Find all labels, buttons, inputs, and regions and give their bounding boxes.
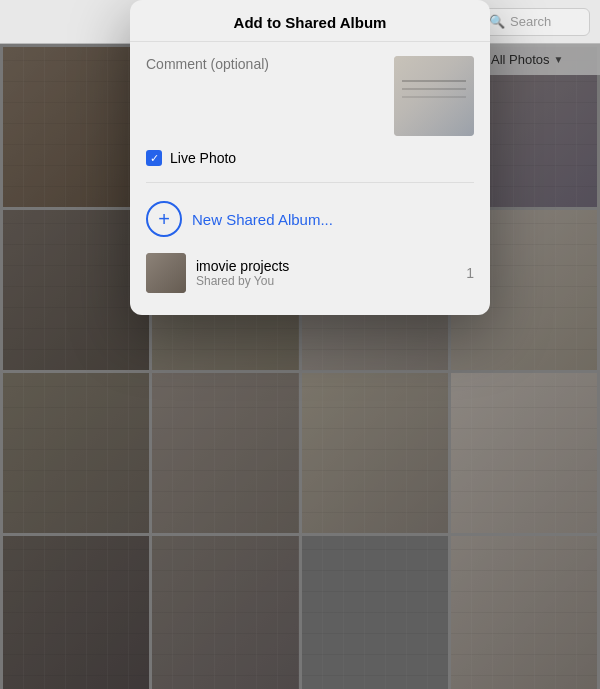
album-row[interactable]: imovie projects Shared by You 1 [146,245,474,301]
live-photo-checkbox[interactable]: ✓ [146,150,162,166]
comment-input[interactable] [146,56,384,136]
album-info: imovie projects Shared by You [196,258,456,288]
new-album-label: New Shared Album... [192,211,333,228]
modal-title: Add to Shared Album [130,0,490,42]
search-icon: 🔍 [489,14,505,29]
checkmark-icon: ✓ [150,153,159,164]
search-box[interactable]: 🔍 Search [480,8,590,36]
comment-row [146,56,474,136]
live-photo-label: Live Photo [170,150,236,166]
album-count: 1 [466,265,474,281]
live-photo-row[interactable]: ✓ Live Photo [146,150,474,166]
plus-icon: + [158,209,170,229]
add-to-shared-album-modal: Add to Shared Album ✓ Live Photo + New S… [130,0,490,315]
plus-circle-icon: + [146,201,182,237]
divider [146,182,474,183]
album-thumbnail [146,253,186,293]
photo-thumbnail [394,56,474,136]
modal-body: ✓ Live Photo + New Shared Album... imovi… [130,42,490,315]
search-label: Search [510,14,551,29]
new-shared-album-button[interactable]: + New Shared Album... [146,193,474,245]
album-name: imovie projects [196,258,456,274]
album-subtitle: Shared by You [196,274,456,288]
